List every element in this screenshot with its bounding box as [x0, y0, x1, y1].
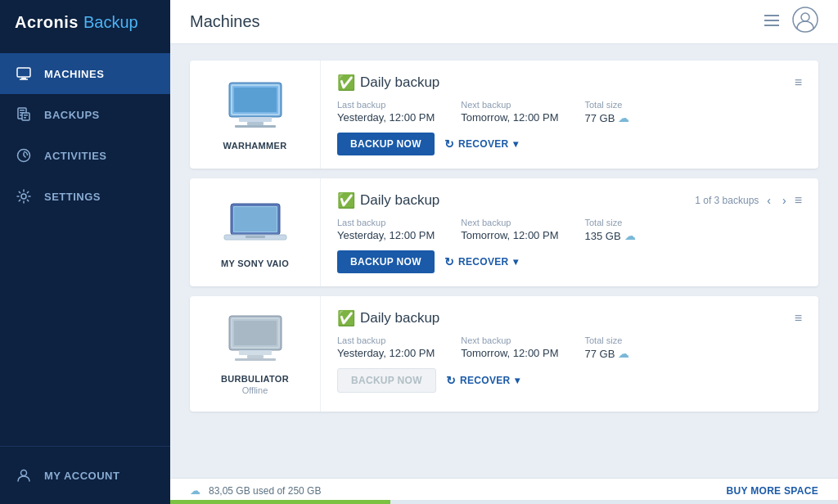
svg-rect-34	[235, 358, 276, 361]
pagination-label-sony-vaio: 1 of 3 backups	[695, 195, 759, 206]
total-size-label-warhammer: Total size	[584, 100, 629, 110]
info-header-sony-vaio: ✅ Daily backup 1 of 3 backups ‹ › ≡	[337, 191, 802, 209]
recover-icon-sony-vaio: ↻	[444, 255, 454, 268]
svg-rect-8	[24, 115, 28, 116]
backup-actions-warhammer: BACKUP NOW ↻ RECOVER ▾	[337, 133, 802, 155]
backup-plan-name-burbuliator: Daily backup	[360, 310, 439, 326]
header-actions	[764, 7, 818, 37]
storage-used-text: 83,05 GB used of 250 GB	[209, 485, 321, 497]
svg-rect-24	[234, 88, 277, 112]
last-backup-value-sony-vaio: Yesterday, 12:00 PM	[337, 229, 435, 241]
svg-rect-32	[239, 350, 272, 355]
svg-point-12	[21, 470, 27, 476]
last-backup-value-burbuliator: Yesterday, 12:00 PM	[337, 347, 435, 359]
backup-now-button-sony-vaio[interactable]: BACKUP NOW	[337, 250, 435, 273]
next-backup-label-warhammer: Next backup	[461, 100, 558, 110]
total-size-value-burbuliator: 77 GB ☁	[584, 347, 629, 360]
logo-product: Backup	[83, 13, 138, 32]
info-header-warhammer: ✅ Daily backup ≡	[337, 74, 802, 92]
last-backup-value-warhammer: Yesterday, 12:00 PM	[337, 111, 435, 124]
laptop-icon	[223, 197, 288, 250]
last-backup-label-warhammer: Last backup	[337, 100, 435, 110]
info-header-burbuliator: ✅ Daily backup ≡	[337, 309, 802, 327]
total-size-value-warhammer: 77 GB ☁	[584, 111, 629, 124]
card-nav-sony-vaio: 1 of 3 backups ‹ › ≡	[695, 192, 802, 209]
desktop-monitor-offline-icon	[223, 313, 288, 366]
storage-progress-fill	[170, 500, 390, 504]
sidebar-item-my-account-label: MY ACCOUNT	[44, 470, 119, 482]
backup-plan-name-sony-vaio: Daily backup	[360, 192, 439, 209]
backup-plan-title-warhammer: ✅ Daily backup	[337, 74, 439, 92]
machine-thumbnail-burbuliator: BURBULIATOR Offline	[190, 296, 321, 412]
desktop-monitor-icon	[223, 79, 288, 133]
card-menu-icon-sony-vaio[interactable]: ≡	[795, 193, 802, 208]
next-backup-value-warhammer: Tomorrow, 12:00 PM	[461, 111, 558, 124]
svg-rect-22	[235, 125, 276, 128]
machine-card-warhammer: WARHAMMER ✅ Daily backup ≡ Last backup Y…	[190, 61, 818, 169]
recover-icon-burbuliator: ↻	[446, 374, 456, 387]
logo-brand: Acronis	[15, 13, 79, 32]
next-backup-label-burbuliator: Next backup	[461, 335, 558, 345]
storage-progress-background	[170, 500, 838, 504]
sidebar-item-machines-label: MACHINES	[44, 68, 104, 80]
last-backup-burbuliator: Last backup Yesterday, 12:00 PM	[337, 335, 435, 360]
recover-button-sony-vaio[interactable]: ↻ RECOVER ▾	[444, 255, 518, 268]
sidebar-item-machines[interactable]: MACHINES	[0, 53, 170, 94]
sidebar-nav: MACHINES BACKUPS	[0, 45, 170, 446]
nav-prev-icon[interactable]: ‹	[764, 192, 774, 209]
card-menu-warhammer: ≡	[795, 75, 802, 90]
cloud-icon-burbuliator: ☁	[618, 347, 629, 360]
next-backup-value-sony-vaio: Tomorrow, 12:00 PM	[461, 229, 558, 241]
machine-name-warhammer: WARHAMMER	[223, 141, 287, 151]
backup-actions-sony-vaio: BACKUP NOW ↻ RECOVER ▾	[337, 250, 802, 273]
machines-icon	[15, 65, 33, 83]
list-view-icon[interactable]	[764, 13, 779, 30]
buy-more-space-button[interactable]: BUY MORE SPACE	[727, 485, 818, 497]
footer: ☁ 83,05 GB used of 250 GB BUY MORE SPACE	[170, 478, 838, 504]
recover-button-warhammer[interactable]: ↻ RECOVER ▾	[444, 137, 518, 151]
sidebar-item-backups[interactable]: BACKUPS	[0, 94, 170, 135]
card-menu-icon-warhammer[interactable]: ≡	[795, 75, 802, 90]
backup-plan-title-sony-vaio: ✅ Daily backup	[337, 191, 439, 209]
svg-rect-20	[239, 117, 272, 122]
page-title: Machines	[190, 12, 260, 31]
backup-meta-sony-vaio: Last backup Yesterday, 12:00 PM Next bac…	[337, 218, 802, 242]
backup-meta-burbuliator: Last backup Yesterday, 12:00 PM Next bac…	[337, 335, 802, 360]
machine-name-burbuliator: BURBULIATOR	[221, 374, 289, 384]
svg-rect-33	[247, 355, 264, 358]
machine-info-warhammer: ✅ Daily backup ≡ Last backup Yesterday, …	[321, 61, 818, 169]
sidebar-item-settings-label: SETTINGS	[44, 191, 101, 203]
card-menu-icon-burbuliator[interactable]: ≡	[795, 311, 802, 326]
main-area: Machines	[170, 0, 838, 504]
svg-point-17	[801, 13, 809, 21]
svg-rect-0	[17, 68, 30, 77]
sidebar-item-settings[interactable]: SETTINGS	[0, 176, 170, 217]
next-backup-warhammer: Next backup Tomorrow, 12:00 PM	[461, 100, 558, 124]
svg-rect-29	[246, 236, 265, 238]
machine-thumbnail-sony-vaio: MY SONY VAIO	[190, 178, 321, 286]
svg-rect-21	[247, 122, 264, 125]
user-account-icon[interactable]	[792, 7, 818, 37]
backup-now-button-warhammer[interactable]: BACKUP NOW	[337, 133, 435, 155]
machine-card-burbuliator: BURBULIATOR Offline ✅ Daily backup ≡ Las…	[190, 296, 818, 412]
recover-icon-warhammer: ↻	[444, 137, 454, 151]
total-size-burbuliator: Total size 77 GB ☁	[584, 335, 629, 360]
settings-icon	[15, 187, 33, 205]
backups-icon	[15, 106, 33, 124]
sidebar: Acronis Backup MACHINES	[0, 0, 170, 504]
svg-rect-7	[22, 113, 29, 120]
last-backup-label-burbuliator: Last backup	[337, 335, 435, 345]
machine-card-sony-vaio: MY SONY VAIO ✅ Daily backup 1 of 3 backu…	[190, 178, 818, 286]
backup-now-button-burbuliator: BACKUP NOW	[337, 368, 436, 393]
sidebar-item-activities[interactable]: ACTIVITIES	[0, 135, 170, 176]
total-size-sony-vaio: Total size 135 GB ☁	[584, 218, 635, 242]
storage-info: ☁ 83,05 GB used of 250 GB	[190, 484, 321, 497]
next-backup-burbuliator: Next backup Tomorrow, 12:00 PM	[461, 335, 558, 360]
recover-button-burbuliator[interactable]: ↻ RECOVER ▾	[446, 374, 520, 387]
sidebar-item-my-account[interactable]: MY ACCOUNT	[15, 460, 155, 491]
nav-next-icon[interactable]: ›	[779, 192, 790, 209]
total-size-label-sony-vaio: Total size	[584, 218, 635, 227]
total-size-value-sony-vaio: 135 GB ☁	[584, 229, 635, 242]
backup-plan-name-warhammer: Daily backup	[360, 74, 439, 91]
status-check-icon-warhammer: ✅	[337, 74, 355, 92]
